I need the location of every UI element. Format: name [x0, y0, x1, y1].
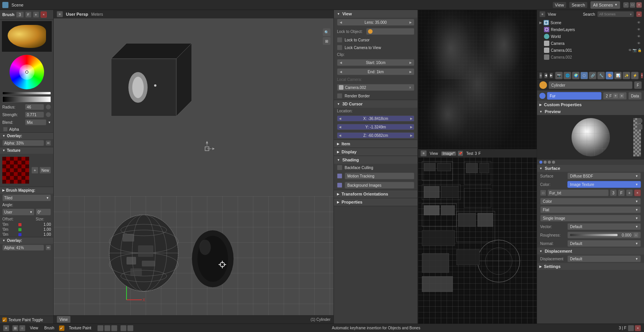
overlay-field[interactable]: Alpha: 33%: [2, 140, 44, 146]
texture-new-btn[interactable]: New: [39, 167, 51, 174]
backface-checkbox[interactable]: [337, 165, 342, 170]
bottom-close-icon[interactable]: [628, 325, 634, 331]
img-view-icon[interactable]: ≡: [421, 150, 427, 156]
x-coord-field[interactable]: ◀ X: -36.8418cm ▶: [337, 115, 414, 122]
grid-icon[interactable]: ⊞: [323, 37, 330, 45]
color-sub-plus[interactable]: +: [626, 189, 633, 196]
tree-item-camera001[interactable]: Camera.001 👁 📷 🔒: [542, 47, 644, 54]
window-controls[interactable]: − □ ×: [623, 2, 642, 8]
dot-4[interactable]: [552, 161, 555, 164]
lens-arrow-r[interactable]: ▶: [409, 21, 412, 24]
motion-tracking-btn[interactable]: Motion Tracking: [345, 173, 414, 179]
lens-arrow-l[interactable]: ◀: [340, 21, 342, 24]
snap-icon[interactable]: [97, 325, 104, 331]
render-tab-icon[interactable]: 📷: [555, 72, 563, 79]
camera-close-btn[interactable]: ×: [408, 85, 412, 90]
physics-tab-icon[interactable]: ⚡: [631, 72, 639, 79]
radius-icon[interactable]: [46, 104, 51, 110]
brush-mapping-select[interactable]: Tiled ▼: [2, 194, 51, 201]
bottom-menu-icon[interactable]: ≡: [3, 325, 9, 331]
view-menu-btn[interactable]: View: [57, 316, 71, 323]
strength-field[interactable]: 0.771: [25, 112, 44, 118]
object-tab-icon[interactable]: ⬡: [580, 72, 588, 79]
blend-field[interactable]: Mix: [25, 119, 46, 125]
color-opt3[interactable]: Single Image ▼: [540, 215, 641, 222]
keyframe-icon[interactable]: [120, 325, 127, 331]
value-slider[interactable]: [2, 92, 51, 95]
lock-camera-checkbox[interactable]: [337, 45, 342, 50]
outliner-menu-btn[interactable]: ≡: [539, 11, 545, 17]
render-border-checkbox[interactable]: [337, 93, 342, 99]
scene-selector[interactable]: All Scenes ▼: [590, 1, 620, 9]
color-sub-name[interactable]: Fur_txt: [547, 189, 609, 196]
lock-cursor-checkbox[interactable]: [337, 37, 342, 43]
texture-paint-toggle[interactable]: 🖌 Texture Paint Toggle: [2, 317, 51, 322]
alpha-checkbox[interactable]: [3, 127, 8, 131]
blend-chevron[interactable]: ▼: [48, 121, 51, 124]
cam001-eye[interactable]: 👁: [628, 48, 632, 52]
displacement-header[interactable]: ▼ Displacement: [537, 248, 644, 255]
overlay-eyedropper[interactable]: ✏: [46, 140, 51, 146]
bottom-icon-2[interactable]: ○: [19, 325, 25, 331]
bottom-brush-label[interactable]: Brush: [43, 326, 56, 330]
tree-item-world[interactable]: World 👁: [542, 33, 644, 40]
cursor-section-header[interactable]: ▼ 3D Cursor: [334, 100, 417, 108]
brush-mapping-header[interactable]: ▶ Brush Mapping:: [0, 187, 53, 194]
end-field[interactable]: ◀ End: 1km ▶: [337, 68, 414, 75]
lock-object-field[interactable]: [366, 28, 414, 35]
cam001-lock[interactable]: 🔒: [637, 48, 642, 52]
color-sub-num[interactable]: 3: [610, 189, 617, 196]
renderlayer-eye[interactable]: 👁: [637, 28, 642, 31]
color-sub-close[interactable]: ×: [634, 189, 641, 196]
custom-props-header[interactable]: ▶ Custom Properties: [537, 101, 644, 108]
camera-field[interactable]: Camera.002 ×: [337, 84, 414, 91]
item-section-header[interactable]: ▶ Item: [334, 140, 417, 148]
outliner-search-label[interactable]: Search: [583, 12, 595, 16]
overlay2-header[interactable]: ▼ Overlay:: [0, 237, 53, 244]
view-section-header[interactable]: ▼ View: [334, 10, 417, 18]
motion-tracking-checkbox[interactable]: [337, 173, 342, 179]
texture-section-header[interactable]: ▼ Texture: [0, 147, 53, 154]
bottom-x-icon[interactable]: ×: [635, 325, 641, 331]
display-section-header[interactable]: ▶ Display: [334, 148, 417, 156]
img-pin-btn[interactable]: 📌: [458, 151, 463, 156]
brush-f-btn[interactable]: F: [25, 12, 31, 18]
view-menu[interactable]: View: [553, 2, 567, 8]
outliner-scene-select[interactable]: All Scenes ▼: [597, 11, 634, 17]
world-tab-icon[interactable]: 🌍: [572, 72, 580, 79]
data-tab-icon[interactable]: 📊: [614, 72, 622, 79]
color-sub-f[interactable]: F: [618, 189, 625, 196]
props-header-icon[interactable]: ≡: [539, 72, 542, 79]
brush-close-btn[interactable]: ×: [41, 12, 47, 18]
scene-tab-icon[interactable]: 🌐: [564, 72, 571, 79]
displacement-field[interactable]: Default ▼: [567, 255, 641, 262]
props-nav-next[interactable]: ▶: [550, 73, 553, 78]
proportional-icon[interactable]: [104, 325, 110, 331]
object-name-field[interactable]: Cylinder: [549, 81, 632, 89]
search-menu[interactable]: Search: [569, 2, 587, 8]
modifier-tab-icon[interactable]: 🔧: [597, 72, 605, 79]
tree-item-camera[interactable]: Camera 👁: [542, 40, 644, 47]
tree-item-scene[interactable]: ▶ Scene 👁: [537, 19, 644, 26]
dot-2[interactable]: [544, 161, 547, 164]
props-nav-prev[interactable]: ◀: [544, 73, 547, 78]
dot-1[interactable]: [539, 161, 542, 164]
vector-field[interactable]: Default ▼: [567, 223, 641, 230]
color-wheel-dot[interactable]: [25, 71, 28, 74]
constraint-tab-icon[interactable]: 🔗: [589, 72, 596, 79]
z-coord-field[interactable]: ◀ Z: -60.0582cm ▶: [337, 132, 414, 138]
img-label[interactable]: Image*: [441, 151, 457, 156]
object-f-btn[interactable]: F: [634, 81, 642, 89]
tree-item-camera002[interactable]: Camera.002: [542, 54, 644, 61]
overlay-header[interactable]: ▼ Overlay:: [0, 132, 53, 139]
preview-header[interactable]: ▼ Preview: [537, 108, 644, 115]
overlay-icon[interactable]: [111, 325, 117, 331]
dot-3[interactable]: [548, 161, 551, 164]
surface-value-field[interactable]: Diffuse BSDF ▼: [567, 173, 641, 179]
outliner-close-btn[interactable]: ×: [636, 12, 642, 17]
roughness-slider[interactable]: 0.000 ○: [567, 232, 641, 238]
cam001-render[interactable]: 📷: [632, 48, 637, 52]
particles-tab-icon[interactable]: ✨: [623, 72, 630, 79]
scene-eye-icon[interactable]: 👁: [637, 21, 642, 25]
brush-num-field[interactable]: 3: [16, 12, 24, 18]
